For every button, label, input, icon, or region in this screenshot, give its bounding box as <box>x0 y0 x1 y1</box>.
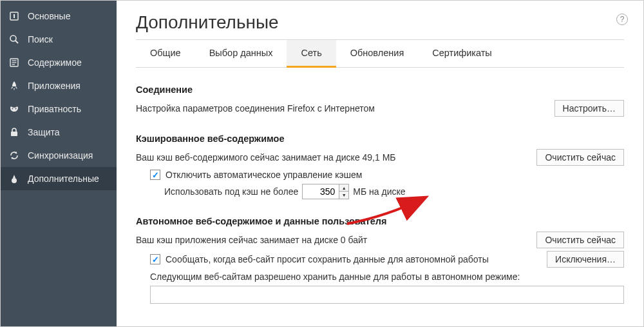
tab-data-choices[interactable]: Выбор данных <box>195 40 287 67</box>
svg-point-2 <box>10 35 16 41</box>
offline-heading: Автономное веб-содержимое и данные польз… <box>136 216 624 226</box>
advanced-icon <box>8 173 20 184</box>
offline-sites-list[interactable] <box>150 286 624 304</box>
offline-notify-label: Сообщать, когда веб-сайт просит сохранит… <box>166 254 489 264</box>
tab-certificates[interactable]: Сертификаты <box>418 40 506 67</box>
connection-heading: Соединение <box>136 84 624 95</box>
cache-heading: Кэшированное веб-содержимое <box>136 134 624 144</box>
help-icon[interactable]: ? <box>616 14 628 25</box>
svg-rect-10 <box>11 132 17 136</box>
sidebar-item-sync[interactable]: Синхронизация <box>1 144 117 167</box>
sidebar-item-label: Поиск <box>28 34 53 45</box>
sidebar-item-security[interactable]: Защита <box>1 121 117 144</box>
svg-rect-1 <box>14 14 15 18</box>
tab-updates[interactable]: Обновления <box>336 40 419 67</box>
sidebar-item-advanced[interactable]: Дополнительные <box>1 167 117 190</box>
cache-limit-suffix: МБ на диске <box>353 186 405 197</box>
tab-general[interactable]: Общие <box>136 40 195 67</box>
cache-clear-button[interactable]: Очистить сейчас <box>536 149 624 166</box>
svg-line-3 <box>15 41 18 43</box>
lock-icon <box>8 126 20 138</box>
sidebar: Основные Поиск Содержимое Приложения При… <box>1 1 117 326</box>
sync-icon <box>8 150 20 161</box>
sidebar-item-search[interactable]: Поиск <box>1 28 117 51</box>
section-cache: Кэшированное веб-содержимое Ваш кэш веб-… <box>136 134 624 199</box>
spinner-down-icon[interactable]: ▼ <box>339 192 348 199</box>
main-panel: ? Дополнительные Общие Выбор данных Сеть… <box>117 1 643 326</box>
cache-usage-text: Ваш кэш веб-содержимого сейчас занимает … <box>136 152 536 163</box>
spinner-up-icon[interactable]: ▲ <box>339 184 348 192</box>
sidebar-item-privacy[interactable]: Приватность <box>1 97 117 121</box>
svg-point-11 <box>12 178 17 183</box>
sidebar-item-label: Приватность <box>28 104 81 114</box>
offline-notify-checkbox[interactable] <box>150 254 160 264</box>
connection-desc: Настройка параметров соединения Firefox … <box>136 103 554 114</box>
section-offline: Автономное веб-содержимое и данные польз… <box>136 216 624 304</box>
general-icon <box>8 10 20 22</box>
offline-exceptions-button[interactable]: Исключения… <box>547 251 624 268</box>
offline-list-label: Следующим веб-сайтам разрешено хранить д… <box>150 272 624 282</box>
sidebar-item-content[interactable]: Содержимое <box>1 51 117 74</box>
cache-override-label: Отключить автоматическое управление кэше… <box>166 170 362 180</box>
offline-clear-button[interactable]: Очистить сейчас <box>536 232 624 248</box>
offline-usage-text: Ваш кэш приложения сейчас занимает на ди… <box>136 235 536 245</box>
tab-network[interactable]: Сеть <box>287 40 336 68</box>
cache-limit-prefix: Использовать под кэш не более <box>164 186 298 197</box>
sidebar-item-applications[interactable]: Приложения <box>1 74 117 97</box>
search-icon <box>8 34 20 45</box>
cache-limit-spinner: ▲ ▼ <box>302 184 349 199</box>
page-title: Дополнительные <box>136 12 624 33</box>
rocket-icon <box>8 80 20 92</box>
content-icon <box>8 57 20 68</box>
sidebar-item-label: Защита <box>28 127 60 137</box>
svg-point-9 <box>15 108 17 110</box>
section-connection: Соединение Настройка параметров соединен… <box>136 84 624 117</box>
sidebar-item-general[interactable]: Основные <box>1 5 117 28</box>
sidebar-item-label: Содержимое <box>28 57 82 68</box>
svg-point-8 <box>12 108 14 110</box>
connection-settings-button[interactable]: Настроить… <box>554 100 624 117</box>
cache-override-checkbox[interactable] <box>150 170 160 180</box>
sidebar-item-label: Дополнительные <box>28 173 99 184</box>
sidebar-item-label: Синхронизация <box>28 150 93 161</box>
mask-icon <box>8 103 20 115</box>
cache-limit-input[interactable] <box>303 184 339 199</box>
sidebar-item-label: Приложения <box>28 81 80 91</box>
tabs: Общие Выбор данных Сеть Обновления Серти… <box>136 40 624 68</box>
sidebar-item-label: Основные <box>28 11 70 21</box>
